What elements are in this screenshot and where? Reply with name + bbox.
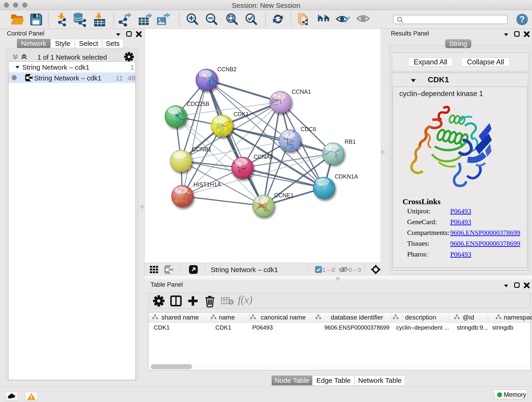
svg-text:CDKN1A: CDKN1A	[335, 173, 358, 180]
svg-text:RB1: RB1	[345, 138, 356, 145]
svg-text:?: ?	[520, 14, 525, 24]
svg-text:CCNB2: CCNB2	[217, 66, 237, 72]
svg-text:CCNB1: CCNB1	[192, 146, 211, 153]
svg-text:CDK1: CDK1	[234, 111, 249, 117]
svg-text:CCNA2: CCNA2	[254, 153, 273, 160]
svg-text:CDC25B: CDC25B	[187, 101, 209, 107]
svg-text:CCNE1: CCNE1	[274, 192, 294, 198]
svg-text:CCNA1: CCNA1	[292, 89, 311, 95]
svg-text:CDC6: CDC6	[301, 126, 316, 132]
svg-text:HIST1H1A: HIST1H1A	[194, 181, 221, 188]
